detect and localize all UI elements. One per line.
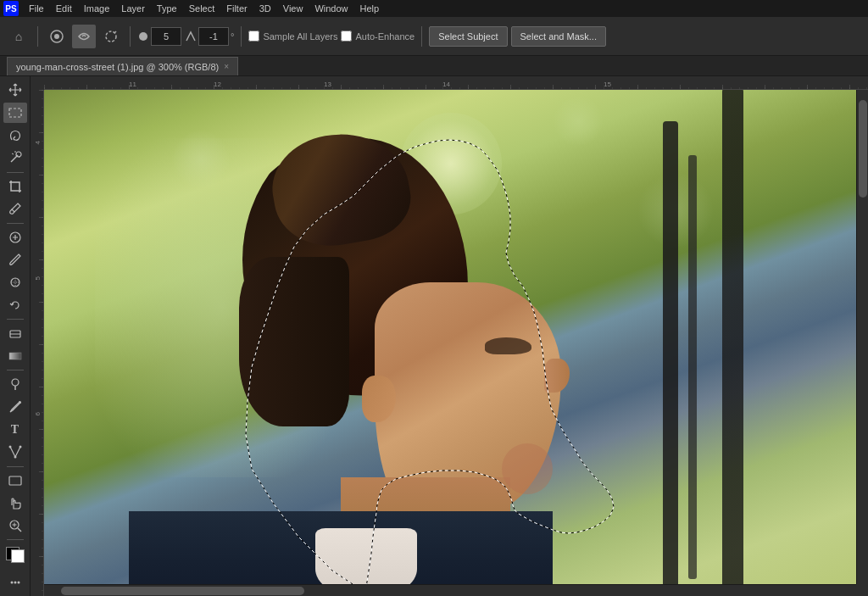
text-tool[interactable]: T bbox=[3, 419, 27, 440]
home-icon[interactable]: ⌂ bbox=[7, 25, 31, 48]
svg-point-14 bbox=[8, 446, 11, 448]
rectangle-shape-tool[interactable] bbox=[3, 470, 27, 491]
menu-bar: PS File Edit Image Layer Type Select Fil… bbox=[0, 0, 868, 17]
gradient-tool[interactable] bbox=[3, 346, 27, 367]
background-color[interactable] bbox=[11, 549, 25, 563]
menu-3d[interactable]: 3D bbox=[254, 3, 276, 14]
scrollbar-h-thumb[interactable] bbox=[61, 587, 304, 595]
angle-icon bbox=[185, 31, 197, 42]
select-and-mask-button[interactable]: Select and Mask... bbox=[511, 26, 607, 47]
angle-unit: ° bbox=[231, 31, 234, 42]
menu-view[interactable]: View bbox=[278, 3, 309, 14]
tool-divider-3 bbox=[7, 319, 24, 320]
svg-point-24 bbox=[17, 581, 19, 583]
tool-divider-1 bbox=[7, 172, 24, 173]
tab-filename: young-man-cross-street (1).jpg @ 300% (R… bbox=[16, 62, 219, 72]
hair-fade bbox=[239, 257, 349, 426]
document-tab[interactable]: young-man-cross-street (1).jpg @ 300% (R… bbox=[7, 57, 238, 75]
brush-size-group bbox=[137, 27, 181, 46]
svg-point-13 bbox=[19, 401, 21, 404]
menu-file[interactable]: File bbox=[24, 3, 49, 14]
menu-window[interactable]: Window bbox=[309, 3, 353, 14]
svg-point-22 bbox=[10, 581, 13, 583]
magic-wand-tool[interactable] bbox=[3, 148, 27, 169]
menu-edit[interactable]: Edit bbox=[51, 3, 77, 14]
svg-rect-28 bbox=[44, 76, 868, 90]
svg-rect-17 bbox=[9, 476, 21, 485]
eraser-tool[interactable] bbox=[3, 323, 27, 344]
svg-line-19 bbox=[18, 528, 21, 532]
clone-stamp-tool[interactable] bbox=[3, 272, 27, 293]
tab-close-button[interactable]: × bbox=[224, 62, 229, 71]
menu-type[interactable]: Type bbox=[152, 3, 182, 14]
menu-filter[interactable]: Filter bbox=[221, 3, 252, 14]
photo-wrapper[interactable] bbox=[44, 90, 856, 584]
bokeh-3 bbox=[553, 96, 604, 147]
auto-enhance-checkbox[interactable] bbox=[341, 31, 352, 42]
chin-lips bbox=[502, 443, 553, 494]
toolbar-divider-2 bbox=[130, 26, 131, 47]
crop-tool[interactable] bbox=[3, 175, 27, 197]
svg-rect-32 bbox=[31, 90, 44, 596]
angle-input[interactable] bbox=[198, 27, 229, 46]
menu-help[interactable]: Help bbox=[355, 3, 385, 14]
scrollbar-vertical[interactable] bbox=[856, 90, 868, 584]
tool-divider-5 bbox=[7, 466, 24, 467]
angle-group: ° bbox=[185, 27, 234, 46]
extra-options[interactable] bbox=[3, 571, 27, 593]
menu-select[interactable]: Select bbox=[184, 3, 220, 14]
ruler-corner bbox=[31, 76, 44, 90]
eyedropper-tool[interactable] bbox=[3, 198, 27, 220]
hand-tool[interactable] bbox=[3, 493, 27, 514]
svg-point-23 bbox=[14, 581, 16, 583]
svg-point-11 bbox=[12, 379, 19, 386]
toolbar-divider-1 bbox=[37, 26, 38, 47]
eye-area bbox=[485, 337, 531, 354]
canvas-area: 11 12 13 14 15 4 5 bbox=[31, 76, 868, 596]
tool-divider-4 bbox=[7, 370, 24, 370]
ruler-h-ticks bbox=[44, 76, 868, 90]
scrollbar-horizontal[interactable] bbox=[44, 584, 856, 596]
brush-tool[interactable] bbox=[3, 249, 27, 270]
menu-image[interactable]: Image bbox=[79, 3, 115, 14]
rectangular-marquee-tool[interactable] bbox=[3, 103, 27, 124]
photo-canvas bbox=[44, 90, 856, 584]
ps-logo: PS bbox=[3, 1, 19, 16]
ruler-horizontal: 11 12 13 14 15 bbox=[44, 76, 868, 90]
tree-trunk-3 bbox=[722, 90, 743, 584]
path-select-tool[interactable] bbox=[3, 442, 27, 463]
pen-tool[interactable] bbox=[3, 397, 27, 418]
svg-point-1 bbox=[54, 34, 59, 39]
brush-size-input[interactable] bbox=[151, 27, 181, 46]
color-swatch[interactable] bbox=[6, 547, 25, 563]
move-tool[interactable] bbox=[3, 80, 27, 101]
tree-trunk-1 bbox=[663, 121, 678, 585]
size-icon bbox=[137, 31, 149, 42]
svg-rect-10 bbox=[9, 353, 21, 359]
dodge-tool[interactable] bbox=[3, 374, 27, 395]
ruler-v-ticks bbox=[31, 90, 44, 596]
scrollbar-v-thumb[interactable] bbox=[859, 100, 867, 198]
main-area: T 11 12 13 14 15 bbox=[0, 76, 868, 596]
toolbar-divider-4 bbox=[421, 26, 422, 47]
select-subject-button[interactable]: Select Subject bbox=[429, 26, 507, 47]
sample-all-layers-check[interactable]: Sample All Layers bbox=[248, 31, 337, 42]
svg-rect-4 bbox=[9, 109, 21, 117]
auto-enhance-check[interactable]: Auto-Enhance bbox=[341, 31, 415, 42]
brush-mode-icon[interactable] bbox=[99, 25, 123, 48]
options-bar: ⌂ ° Sample bbox=[0, 17, 868, 56]
svg-point-16 bbox=[14, 456, 16, 459]
tool-divider-6 bbox=[7, 539, 24, 540]
tool-divider-2 bbox=[7, 223, 24, 224]
sample-all-layers-checkbox[interactable] bbox=[248, 31, 259, 42]
zoom-tool[interactable] bbox=[3, 515, 27, 537]
lasso-tool[interactable] bbox=[3, 125, 27, 146]
tab-bar: young-man-cross-street (1).jpg @ 300% (R… bbox=[0, 56, 868, 76]
left-tools-panel: T bbox=[0, 76, 31, 596]
history-brush-tool[interactable] bbox=[3, 294, 27, 315]
spot-healing-tool[interactable] bbox=[3, 227, 27, 248]
brush-preset-icon[interactable] bbox=[45, 25, 69, 48]
menu-layer[interactable]: Layer bbox=[116, 3, 150, 14]
toolbar-divider-3 bbox=[241, 26, 242, 47]
quick-selection-icon[interactable] bbox=[72, 25, 96, 48]
